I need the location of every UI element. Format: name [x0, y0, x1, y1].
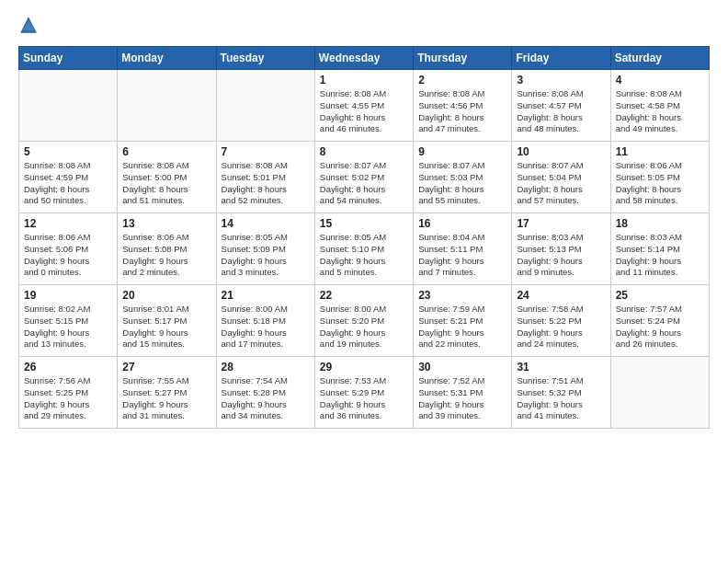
calendar-cell: 22Sunrise: 8:00 AM Sunset: 5:20 PM Dayli… [314, 285, 413, 357]
weekday-header-row: SundayMondayTuesdayWednesdayThursdayFrid… [19, 47, 710, 70]
day-number: 24 [517, 289, 605, 302]
day-info: Sunrise: 8:07 AM Sunset: 5:02 PM Dayligh… [320, 160, 408, 207]
day-number: 14 [222, 217, 310, 230]
calendar-cell: 31Sunrise: 7:51 AM Sunset: 5:32 PM Dayli… [512, 357, 610, 429]
calendar: SundayMondayTuesdayWednesdayThursdayFrid… [18, 46, 710, 429]
calendar-cell: 25Sunrise: 7:57 AM Sunset: 5:24 PM Dayli… [610, 285, 709, 357]
day-number: 19 [24, 289, 112, 302]
calendar-cell: 14Sunrise: 8:05 AM Sunset: 5:09 PM Dayli… [216, 213, 314, 285]
day-number: 15 [320, 217, 408, 230]
day-number: 9 [418, 145, 506, 158]
day-number: 22 [320, 289, 408, 302]
calendar-cell: 26Sunrise: 7:56 AM Sunset: 5:25 PM Dayli… [19, 357, 118, 429]
calendar-cell: 17Sunrise: 8:03 AM Sunset: 5:13 PM Dayli… [512, 213, 610, 285]
calendar-cell [216, 70, 314, 142]
weekday-header-monday: Monday [118, 47, 216, 70]
week-row-3: 12Sunrise: 8:06 AM Sunset: 5:06 PM Dayli… [19, 213, 710, 285]
weekday-header-wednesday: Wednesday [314, 47, 413, 70]
day-number: 16 [418, 217, 506, 230]
day-number: 1 [320, 74, 408, 86]
day-info: Sunrise: 8:07 AM Sunset: 5:03 PM Dayligh… [418, 160, 506, 207]
day-info: Sunrise: 8:03 AM Sunset: 5:13 PM Dayligh… [517, 232, 605, 279]
day-info: Sunrise: 7:52 AM Sunset: 5:31 PM Dayligh… [418, 375, 506, 422]
calendar-cell: 5Sunrise: 8:08 AM Sunset: 4:59 PM Daylig… [19, 142, 118, 213]
day-number: 11 [616, 145, 704, 158]
day-info: Sunrise: 8:04 AM Sunset: 5:11 PM Dayligh… [418, 232, 506, 279]
week-row-5: 26Sunrise: 7:56 AM Sunset: 5:25 PM Dayli… [19, 357, 710, 429]
day-info: Sunrise: 7:51 AM Sunset: 5:32 PM Dayligh… [517, 375, 605, 422]
day-number: 21 [222, 289, 310, 302]
day-info: Sunrise: 8:08 AM Sunset: 4:56 PM Dayligh… [418, 88, 506, 135]
day-info: Sunrise: 8:02 AM Sunset: 5:15 PM Dayligh… [24, 304, 112, 350]
day-number: 4 [616, 74, 704, 86]
day-info: Sunrise: 8:08 AM Sunset: 5:00 PM Dayligh… [122, 160, 210, 207]
day-number: 20 [122, 289, 210, 302]
calendar-cell: 12Sunrise: 8:06 AM Sunset: 5:06 PM Dayli… [19, 213, 118, 285]
calendar-cell [118, 70, 216, 142]
day-number: 10 [517, 145, 605, 158]
calendar-cell [610, 357, 709, 429]
weekday-header-thursday: Thursday [414, 47, 512, 70]
page: SundayMondayTuesdayWednesdayThursdayFrid… [0, 0, 728, 563]
day-number: 30 [418, 361, 506, 373]
calendar-cell: 30Sunrise: 7:52 AM Sunset: 5:31 PM Dayli… [414, 357, 512, 429]
day-info: Sunrise: 8:01 AM Sunset: 5:17 PM Dayligh… [122, 304, 210, 350]
day-number: 25 [616, 289, 704, 302]
day-info: Sunrise: 8:00 AM Sunset: 5:20 PM Dayligh… [320, 304, 408, 350]
day-info: Sunrise: 7:55 AM Sunset: 5:27 PM Dayligh… [122, 375, 210, 422]
week-row-2: 5Sunrise: 8:08 AM Sunset: 4:59 PM Daylig… [19, 142, 710, 213]
day-number: 17 [517, 217, 605, 230]
week-row-4: 19Sunrise: 8:02 AM Sunset: 5:15 PM Dayli… [19, 285, 710, 357]
day-info: Sunrise: 8:08 AM Sunset: 4:57 PM Dayligh… [517, 88, 605, 135]
day-number: 2 [418, 74, 506, 86]
calendar-cell: 27Sunrise: 7:55 AM Sunset: 5:27 PM Dayli… [118, 357, 216, 429]
day-info: Sunrise: 8:06 AM Sunset: 5:08 PM Dayligh… [122, 232, 210, 279]
day-number: 23 [418, 289, 506, 302]
calendar-cell: 15Sunrise: 8:05 AM Sunset: 5:10 PM Dayli… [314, 213, 413, 285]
day-info: Sunrise: 8:07 AM Sunset: 5:04 PM Dayligh… [517, 160, 605, 207]
day-info: Sunrise: 7:54 AM Sunset: 5:28 PM Dayligh… [222, 375, 310, 422]
calendar-cell: 10Sunrise: 8:07 AM Sunset: 5:04 PM Dayli… [512, 142, 610, 213]
calendar-cell: 19Sunrise: 8:02 AM Sunset: 5:15 PM Dayli… [19, 285, 118, 357]
calendar-cell: 29Sunrise: 7:53 AM Sunset: 5:29 PM Dayli… [314, 357, 413, 429]
calendar-cell: 16Sunrise: 8:04 AM Sunset: 5:11 PM Dayli… [414, 213, 512, 285]
calendar-cell: 7Sunrise: 8:08 AM Sunset: 5:01 PM Daylig… [216, 142, 314, 213]
day-number: 5 [24, 145, 112, 158]
day-number: 7 [222, 145, 310, 158]
weekday-header-friday: Friday [512, 47, 610, 70]
calendar-cell: 4Sunrise: 8:08 AM Sunset: 4:58 PM Daylig… [610, 70, 709, 142]
week-row-1: 1Sunrise: 8:08 AM Sunset: 4:55 PM Daylig… [19, 70, 710, 142]
day-info: Sunrise: 8:08 AM Sunset: 5:01 PM Dayligh… [222, 160, 310, 207]
day-info: Sunrise: 8:03 AM Sunset: 5:14 PM Dayligh… [616, 232, 704, 279]
day-info: Sunrise: 8:08 AM Sunset: 4:55 PM Dayligh… [320, 88, 408, 135]
day-info: Sunrise: 7:57 AM Sunset: 5:24 PM Dayligh… [616, 304, 704, 350]
day-number: 6 [122, 145, 210, 158]
day-info: Sunrise: 7:59 AM Sunset: 5:21 PM Dayligh… [418, 304, 506, 350]
day-number: 12 [24, 217, 112, 230]
calendar-cell: 18Sunrise: 8:03 AM Sunset: 5:14 PM Dayli… [610, 213, 709, 285]
header [18, 15, 710, 35]
day-info: Sunrise: 7:58 AM Sunset: 5:22 PM Dayligh… [517, 304, 605, 350]
calendar-cell: 13Sunrise: 8:06 AM Sunset: 5:08 PM Dayli… [118, 213, 216, 285]
calendar-cell: 3Sunrise: 8:08 AM Sunset: 4:57 PM Daylig… [512, 70, 610, 142]
calendar-cell: 28Sunrise: 7:54 AM Sunset: 5:28 PM Dayli… [216, 357, 314, 429]
day-number: 29 [320, 361, 408, 373]
day-info: Sunrise: 7:56 AM Sunset: 5:25 PM Dayligh… [24, 375, 112, 422]
calendar-cell: 20Sunrise: 8:01 AM Sunset: 5:17 PM Dayli… [118, 285, 216, 357]
day-info: Sunrise: 8:08 AM Sunset: 4:58 PM Dayligh… [616, 88, 704, 135]
calendar-cell [19, 70, 118, 142]
weekday-header-tuesday: Tuesday [216, 47, 314, 70]
day-info: Sunrise: 8:06 AM Sunset: 5:05 PM Dayligh… [616, 160, 704, 207]
day-number: 26 [24, 361, 112, 373]
logo-icon [18, 15, 39, 35]
day-info: Sunrise: 8:08 AM Sunset: 4:59 PM Dayligh… [24, 160, 112, 207]
day-number: 8 [320, 145, 408, 158]
calendar-cell: 2Sunrise: 8:08 AM Sunset: 4:56 PM Daylig… [414, 70, 512, 142]
day-info: Sunrise: 8:05 AM Sunset: 5:09 PM Dayligh… [222, 232, 310, 279]
day-info: Sunrise: 7:53 AM Sunset: 5:29 PM Dayligh… [320, 375, 408, 422]
calendar-cell: 21Sunrise: 8:00 AM Sunset: 5:18 PM Dayli… [216, 285, 314, 357]
day-number: 31 [517, 361, 605, 373]
calendar-cell: 1Sunrise: 8:08 AM Sunset: 4:55 PM Daylig… [314, 70, 413, 142]
day-number: 3 [517, 74, 605, 86]
day-number: 27 [122, 361, 210, 373]
